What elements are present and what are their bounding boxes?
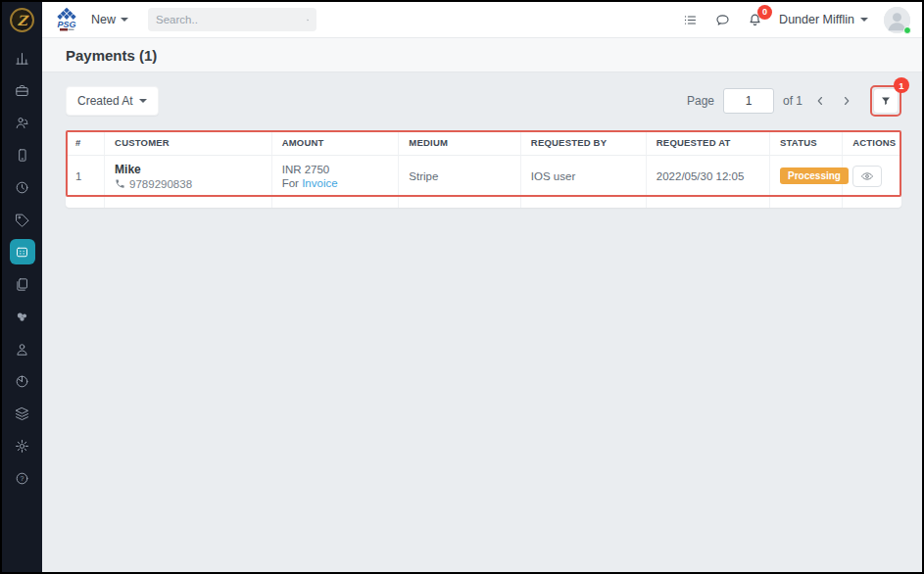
customer-phone: 9789290838 (129, 178, 192, 190)
title-bar: Payments (1) (42, 38, 922, 72)
search-input[interactable] (156, 14, 307, 25)
customer-phone-row: 9789290838 (115, 178, 262, 190)
cell-status: Processing (770, 156, 843, 197)
funnel-icon (880, 95, 892, 107)
new-label: New (91, 13, 116, 26)
activity-list-button[interactable] (682, 12, 699, 28)
svg-text:?: ? (21, 474, 24, 482)
sidebar-item-customers[interactable] (10, 110, 35, 135)
page-total-label: of 1 (783, 94, 802, 108)
created-at-label: Created At (77, 94, 133, 108)
status-badge: Processing (780, 167, 849, 184)
toolbar: Created At Page of 1 (66, 85, 901, 117)
sidebar-item-dashboard[interactable] (10, 45, 35, 71)
col-header-amount[interactable]: AMOUNT (272, 130, 400, 156)
sidebar: Z (2, 2, 42, 572)
col-header-actions[interactable]: ACTIONS (843, 130, 901, 156)
phone-icon (115, 178, 125, 189)
view-payment-button[interactable] (852, 166, 882, 187)
page-number-input[interactable] (723, 88, 774, 114)
briefcase-icon (14, 82, 30, 99)
sidebar-item-settings[interactable] (10, 433, 35, 458)
filter-button[interactable] (873, 88, 899, 114)
prev-page-button[interactable] (811, 92, 829, 110)
account-dropdown[interactable]: Dunder Mifflin (779, 13, 868, 26)
table-filler-row (66, 197, 901, 208)
sidebar-item-documents[interactable] (10, 271, 35, 297)
filter-count-badge: 1 (894, 77, 909, 93)
pie-chart-icon (14, 373, 30, 390)
brand-logo[interactable]: Z (2, 2, 42, 38)
sidebar-item-devices[interactable] (10, 142, 35, 167)
sidebar-item-contacts[interactable] (10, 336, 35, 361)
sidebar-item-jobs[interactable] (10, 77, 35, 103)
chevron-right-icon (840, 94, 853, 108)
sidebar-item-integrations[interactable] (10, 304, 35, 329)
chevron-down-icon (860, 18, 868, 22)
page-title: Payments (1) (66, 47, 157, 64)
mobile-icon (14, 147, 30, 164)
col-header-customer[interactable]: CUSTOMER (105, 130, 272, 156)
cell-medium: Stripe (399, 156, 521, 197)
clock-icon (14, 179, 30, 196)
chevron-down-icon (121, 18, 128, 22)
search-box (148, 8, 316, 31)
z-monogram-icon: Z (10, 8, 34, 32)
user-bell-icon (14, 115, 30, 131)
cluster-icon (14, 309, 30, 325)
col-header-status[interactable]: STATUS (770, 130, 843, 156)
amount-for-row: For Invoice (282, 177, 389, 189)
main-area: PSG New (42, 2, 922, 572)
content: Created At Page of 1 (42, 72, 922, 572)
search-icon (307, 14, 309, 26)
col-header-requested-by[interactable]: REQUESTED BY (521, 130, 647, 156)
app-window: Z (0, 0, 924, 574)
col-header-index[interactable]: # (66, 130, 105, 156)
list-icon (682, 12, 699, 28)
sidebar-item-layers[interactable] (10, 401, 35, 426)
gear-icon (14, 438, 30, 454)
col-header-medium[interactable]: MEDIUM (399, 130, 521, 156)
eye-icon (860, 169, 874, 183)
next-page-button[interactable] (838, 92, 855, 110)
payments-icon (14, 244, 30, 261)
sidebar-nav: ? (10, 38, 35, 491)
customer-name: Mike (115, 163, 262, 176)
pagination: Page of 1 1 (687, 85, 901, 117)
sidebar-item-reports[interactable] (10, 368, 35, 394)
svg-text:PSG: PSG (57, 19, 75, 28)
notification-badge: 0 (757, 5, 772, 20)
chevron-left-icon (813, 94, 827, 108)
sidebar-item-history[interactable] (10, 174, 35, 200)
page-label: Page (687, 94, 714, 108)
new-dropdown-button[interactable]: New (91, 13, 128, 26)
topbar-actions: 0 Dunder Mifflin (682, 7, 910, 33)
help-icon: ? (14, 470, 30, 487)
payments-table: # CUSTOMER AMOUNT MEDIUM REQUESTED BY RE… (66, 130, 901, 208)
layers-icon (14, 406, 30, 422)
notifications-button[interactable]: 0 (747, 12, 763, 28)
avatar[interactable] (884, 7, 910, 33)
chevron-down-icon (139, 99, 147, 103)
col-header-requested-at[interactable]: REQUESTED AT (647, 130, 770, 156)
psg-logo[interactable]: PSG (52, 6, 81, 33)
invoice-link[interactable]: Invoice (302, 177, 337, 189)
account-name: Dunder Mifflin (779, 13, 854, 26)
cell-actions (843, 156, 901, 197)
online-status-dot (903, 26, 911, 34)
top-bar: PSG New (42, 2, 922, 38)
sidebar-item-help[interactable]: ? (10, 465, 35, 491)
cell-requested-by: IOS user (521, 156, 647, 197)
bar-chart-icon (14, 50, 30, 67)
cell-index: 1 (66, 156, 105, 197)
created-at-dropdown[interactable]: Created At (66, 86, 159, 116)
documents-icon (14, 276, 30, 293)
amount-for-label: For (282, 177, 299, 189)
cell-customer: Mike 9789290838 (105, 156, 272, 197)
sidebar-item-tags[interactable] (10, 207, 35, 232)
cell-amount: INR 2750 For Invoice (272, 156, 400, 197)
filter-control: 1 (870, 85, 901, 117)
sidebar-item-payments[interactable] (10, 239, 35, 264)
tag-icon (14, 212, 30, 228)
chat-button[interactable] (714, 12, 731, 28)
